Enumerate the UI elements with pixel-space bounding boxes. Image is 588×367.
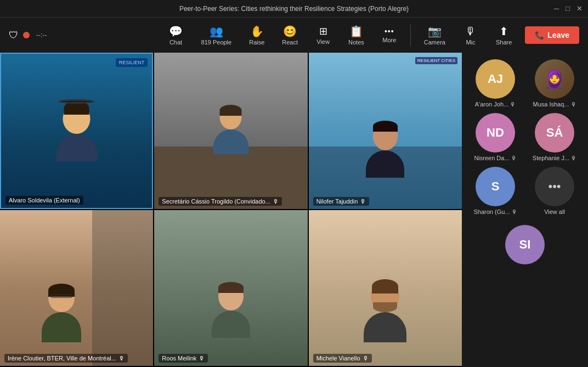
- video-name-tag-roos: Roos Meilink 🎙: [159, 354, 208, 363]
- head-nilofer: [373, 122, 398, 150]
- participant-musa: 🧕 Musa Ishaq... 🎙: [528, 59, 581, 108]
- window-title: Peer-to-Peer Series: Cities rethinking t…: [179, 5, 409, 13]
- mic-icon: 🎙: [465, 25, 476, 38]
- video-name-tag-irene: Irène Cloutier, BTER, Ville de Montréal.…: [4, 354, 128, 363]
- video-cell-cassio: Secretário Cássio Trogildo (Convidado...…: [154, 53, 307, 209]
- share-label: Share: [496, 39, 512, 46]
- person-sim-cassio: [213, 105, 248, 154]
- body-cassio: [213, 129, 248, 154]
- chat-label: Chat: [169, 39, 182, 46]
- person-body: [56, 104, 97, 161]
- view-all-button[interactable]: •••: [535, 167, 574, 206]
- mic-icon-aaron: 🎙: [510, 101, 516, 108]
- name-sharon: Sharon (Gu...: [473, 208, 510, 215]
- glasses-irene: [50, 295, 72, 298]
- toolbar-left: 🛡 --:--: [9, 30, 47, 41]
- raise-icon: ✋: [250, 25, 264, 38]
- avatar-stephanie: SÁ: [535, 113, 574, 153]
- mic-icon-nisreen: 🎙: [511, 155, 517, 161]
- leave-button[interactable]: 📞 Leave: [525, 26, 579, 44]
- shield-icon: 🛡: [9, 30, 19, 41]
- participant-aaron: AJ A'aron Joh... 🎙: [468, 59, 522, 108]
- participant-sharon: S Sharon (Gu... 🎙: [468, 167, 522, 215]
- body-irene: [42, 312, 81, 342]
- mic-button[interactable]: 🎙 Mic: [455, 22, 486, 49]
- mic-michele: 🎙: [363, 355, 369, 362]
- leave-label: Leave: [547, 31, 569, 39]
- person-torso: [56, 134, 97, 161]
- participant-name-michele: Michele Vianello: [316, 355, 360, 362]
- video-grid: RESILIENT Alvaro Soldevila (External) Se…: [0, 53, 462, 367]
- more-label: More: [382, 37, 396, 43]
- more-button[interactable]: ••• More: [374, 24, 405, 47]
- bookshelf-bg: [92, 210, 154, 366]
- mic-icon-sharon: 🎙: [512, 209, 517, 215]
- mic-icon-stephanie: 🎙: [571, 155, 576, 161]
- react-button[interactable]: 😊 React: [274, 21, 306, 49]
- body-michele: [364, 312, 406, 342]
- body-nilofer: [366, 150, 404, 178]
- name-row-stephanie: Stephanie J... 🎙: [533, 155, 576, 161]
- mic-label: Mic: [466, 39, 475, 46]
- video-name-tag-cassio: Secretário Cássio Trogildo (Convidado...…: [159, 197, 281, 206]
- mic-irene: 🎙: [118, 355, 125, 362]
- participant-name-roos: Roos Meilink: [162, 355, 196, 362]
- video-cell-alvaro: RESILIENT Alvaro Soldevila (External): [0, 53, 153, 209]
- react-label: React: [282, 39, 298, 46]
- toolbar-items: 💬 Chat 👥 819 People ✋ Raise 😊 React ⊞ Vi…: [161, 21, 520, 49]
- participant-stephanie: SÁ Stephanie J... 🎙: [528, 113, 581, 161]
- window-controls[interactable]: ─ □ ✕: [554, 4, 583, 13]
- notes-button[interactable]: 📋 Notes: [341, 21, 372, 49]
- person-sim-nilofer: [366, 122, 404, 178]
- phone-icon: 📞: [535, 31, 544, 39]
- call-timer: --:--: [36, 31, 47, 39]
- hair-cassio: [220, 105, 242, 116]
- person-sim-roos: [212, 282, 250, 338]
- head-cassio: [220, 105, 242, 129]
- name-nisreen: Nisreen Da...: [474, 155, 509, 161]
- avatar-nisreen: ND: [476, 113, 515, 153]
- chat-button[interactable]: 💬 Chat: [161, 21, 191, 49]
- view-all-label[interactable]: View all: [544, 208, 565, 215]
- video-cell-irene: Irène Cloutier, BTER, Ville de Montréal.…: [0, 210, 153, 366]
- view-label: View: [316, 38, 330, 45]
- mic-cassio: 🎙: [273, 198, 279, 205]
- video-cell-roos: Roos Meilink 🎙: [154, 210, 307, 366]
- main-content: RESILIENT Alvaro Soldevila (External) Se…: [0, 53, 588, 367]
- raise-button[interactable]: ✋ Raise: [241, 21, 272, 49]
- participant-name-irene: Irène Cloutier, BTER, Ville de Montréal.…: [8, 355, 116, 362]
- video-name-tag-michele: Michele Vianello 🎙: [313, 354, 372, 363]
- avatar-aaron: AJ: [476, 59, 515, 99]
- video-cell-nilofer: RESILIENT CITIES Nilofer Tajuddin 🎙: [309, 53, 462, 209]
- participant-name-alvaro: Alvaro Soldevila (External): [9, 197, 80, 204]
- participant-viewall[interactable]: ••• View all: [528, 167, 581, 215]
- name-stephanie: Stephanie J...: [533, 155, 569, 161]
- name-musa: Musa Ishaq...: [533, 101, 569, 108]
- people-icon: 👥: [210, 25, 223, 38]
- view-button[interactable]: ⊞ View: [308, 22, 338, 48]
- person-head-shape: [63, 104, 91, 134]
- close-button[interactable]: ✕: [576, 4, 583, 13]
- name-row-musa: Musa Ishaq... 🎙: [533, 101, 576, 108]
- mic-roos: 🎙: [199, 355, 205, 362]
- camera-icon: 📷: [428, 25, 442, 38]
- avatar-si: SI: [505, 225, 545, 264]
- react-icon: 😊: [283, 25, 297, 38]
- share-icon: ⬆: [499, 25, 508, 38]
- record-indicator: [23, 32, 30, 38]
- chat-icon: 💬: [169, 25, 183, 38]
- view-icon: ⊞: [319, 25, 327, 37]
- logo-badge-nilofer: RESILIENT CITIES: [415, 57, 457, 64]
- maximize-button[interactable]: □: [566, 4, 570, 13]
- participant-si: SI: [505, 225, 545, 264]
- name-aaron: A'aron Joh...: [475, 101, 508, 108]
- minimize-button[interactable]: ─: [554, 4, 559, 13]
- titlebar: Peer-to-Peer Series: Cities rethinking t…: [0, 0, 588, 18]
- people-button[interactable]: 👥 819 People: [194, 21, 240, 49]
- headphones: [59, 99, 95, 104]
- head-michele: [371, 280, 399, 312]
- video-cell-michele: Michele Vianello 🎙: [309, 210, 462, 366]
- camera-button[interactable]: 📷 Camera: [416, 21, 453, 49]
- mic-icon-musa: 🎙: [571, 101, 576, 108]
- share-button[interactable]: ⬆ Share: [488, 21, 519, 49]
